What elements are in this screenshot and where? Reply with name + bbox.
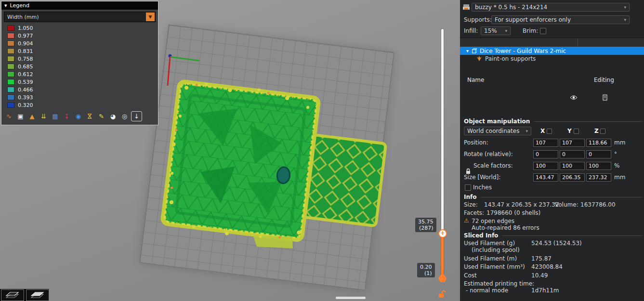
legend-color-swatch: [8, 79, 14, 84]
view-3d-button[interactable]: [1, 289, 24, 301]
horizontal-slider-thumb[interactable]: [336, 297, 366, 299]
size-z-input[interactable]: [586, 173, 611, 182]
object-manipulation-title: Object manipulation: [464, 118, 642, 125]
paint-brush-icon: [476, 56, 482, 61]
rotate-y-input[interactable]: [560, 150, 585, 158]
coordinates-dropdown[interactable]: World coordinates ▾: [464, 127, 531, 135]
sphere-view-icon[interactable]: ◎: [119, 112, 130, 121]
legend-scale-row: 0.977: [1, 32, 158, 39]
open-edges-warning: 72 open edges: [472, 218, 514, 224]
axis-z-checkbox[interactable]: [600, 129, 605, 134]
sliced-info-section-title: Sliced Info: [464, 232, 642, 239]
object-cube-icon: [472, 48, 477, 53]
infill-label: Infill:: [464, 27, 478, 34]
legend-color-swatch: [8, 87, 14, 92]
legend-dropdown-button[interactable]: ▼: [146, 13, 155, 21]
brim-label: Brim:: [523, 27, 538, 34]
chevron-down-icon: ▾: [624, 5, 626, 10]
supports-dropdown[interactable]: For support enforcers only ▾: [491, 15, 630, 24]
section-title-text: Sliced Info: [464, 232, 498, 239]
legend-titlebar[interactable]: ▾ Legend: [1, 1, 158, 10]
cost-value: 10.49: [531, 272, 548, 279]
filament-g-sub: (including spool): [472, 247, 520, 253]
section-title-text: Object manipulation: [464, 118, 530, 125]
inches-checkbox[interactable]: [465, 184, 471, 191]
layer-slider-lower-tooltip: 0.20 (1): [417, 263, 435, 277]
axis-y-checkbox[interactable]: [574, 129, 579, 134]
legend-color-swatch: [8, 95, 14, 100]
paint-on-supports-label: Paint-on supports: [485, 55, 536, 62]
custom-gcode-icon[interactable]: ⋈: [85, 111, 94, 121]
color-change-icon[interactable]: ↧: [62, 112, 72, 121]
brim-checkbox[interactable]: [540, 28, 546, 34]
paint-on-supports-row[interactable]: Paint-on supports: [460, 55, 644, 62]
legend-color-swatch: [8, 103, 14, 107]
seams-icon[interactable]: ▦: [50, 112, 60, 121]
wipe-moves-icon[interactable]: ▣: [15, 112, 26, 121]
rotate-z-input[interactable]: [586, 150, 611, 158]
supports-label: Supports:: [464, 16, 492, 23]
lower-layer-height: 0.20: [420, 264, 432, 270]
legend-collapse-icon[interactable]: ↓: [131, 111, 142, 121]
legend-scale-value: 1.050: [18, 25, 33, 31]
layer-slider-range[interactable]: [441, 233, 444, 279]
lower-layer-number: (1): [420, 270, 432, 276]
volume-value: 1637786.00: [580, 201, 616, 208]
legend-scale-value: 0.685: [18, 64, 33, 70]
chevron-down-icon: ▾: [526, 129, 528, 133]
unlock-icon[interactable]: [437, 289, 446, 298]
scale-x-input[interactable]: [533, 162, 558, 170]
eye-icon[interactable]: [570, 95, 578, 100]
object-row-selected[interactable]: ▾ Dice Tower - Guild Wars 2-mic: [460, 47, 644, 55]
printer-preset-dropdown[interactable]: buzzy * 0.5 hs - 214x214 ▾: [472, 3, 630, 12]
sliced-model[interactable]: [153, 72, 398, 267]
chevron-down-icon: ▾: [624, 17, 626, 22]
tree-collapse-icon[interactable]: ▾: [466, 48, 469, 53]
right-panel: buzzy * 0.5 hs - 214x214 ▾ Supports: For…: [460, 0, 644, 301]
scale-z-input[interactable]: [586, 162, 611, 170]
rotate-label: Rotate (relative):: [464, 151, 513, 157]
legend-scale-value: 0.393: [18, 94, 33, 101]
legend-color-swatch: [8, 56, 14, 61]
name-column-header[interactable]: Name: [467, 77, 484, 83]
position-z-input[interactable]: [586, 139, 611, 147]
retractions-icon[interactable]: ▲: [27, 112, 37, 121]
legend-scale-row: 0.466: [1, 86, 158, 93]
axis-x-checkbox[interactable]: [547, 129, 552, 134]
legend-scale-row: 1.050: [1, 24, 158, 32]
pause-print-icon[interactable]: ◉: [73, 112, 83, 121]
legend-scale-row: 0.758: [1, 55, 158, 63]
warning-icon: ⚠: [464, 217, 469, 224]
collapse-arrow-icon[interactable]: ▾: [4, 2, 7, 9]
estimated-time-label: Estimated printing time:: [464, 280, 534, 287]
legend-color-swatch: [8, 26, 14, 30]
objects-table-header: Name Editing: [460, 38, 644, 48]
editing-column-header[interactable]: Editing: [594, 77, 614, 83]
shells-icon[interactable]: ◕: [108, 112, 118, 121]
legend-view-dropdown[interactable]: Width (mm) ▼: [4, 12, 156, 22]
tool-marker-icon[interactable]: ✎: [96, 112, 106, 121]
editing-icon[interactable]: [603, 94, 607, 101]
legend-color-swatch: [8, 49, 14, 53]
supports-value: For support enforcers only: [495, 16, 571, 23]
layers-outline-icon: [5, 291, 20, 299]
position-x-input[interactable]: [533, 139, 558, 147]
travel-moves-icon[interactable]: ∿: [4, 112, 14, 121]
view-preview-button[interactable]: [26, 289, 49, 301]
auto-repaired-text: Auto-repaired 86 errors: [472, 224, 539, 231]
position-y-input[interactable]: [560, 139, 585, 147]
scale-y-input[interactable]: [560, 162, 585, 170]
infill-dropdown[interactable]: 15% ▾: [481, 26, 511, 35]
size-x-input[interactable]: [533, 173, 558, 182]
legend-color-swatch: [8, 72, 14, 77]
filament-g-label: Used Filament (g): [464, 240, 515, 247]
legend-color-swatch: [8, 41, 14, 46]
printer-icon: [462, 4, 470, 11]
layer-slider-upper-tooltip: 35.75 (287): [415, 218, 436, 232]
layer-slider-upper-handle[interactable]: +: [438, 229, 447, 238]
inches-label: Inches: [473, 184, 492, 191]
deretractions-icon[interactable]: ⇊: [39, 112, 49, 121]
object-name: Dice Tower - Guild Wars 2-mic: [480, 48, 566, 54]
rotate-x-input[interactable]: [533, 150, 558, 158]
size-y-input[interactable]: [560, 173, 585, 182]
